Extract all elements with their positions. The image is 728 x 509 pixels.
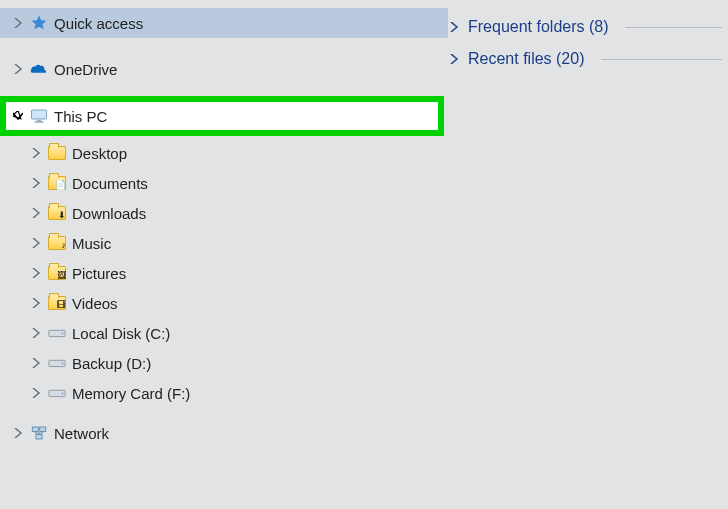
- desktop-folder-icon: [48, 144, 66, 162]
- chevron-right-icon[interactable]: [12, 428, 24, 438]
- onedrive-icon: [30, 60, 48, 78]
- svg-rect-0: [32, 110, 47, 119]
- chevron-right-icon[interactable]: [448, 54, 460, 64]
- chevron-right-icon[interactable]: [30, 208, 42, 218]
- this-pc-label: This PC: [54, 108, 107, 125]
- tree-item-local-disk[interactable]: Local Disk (C:): [0, 318, 448, 348]
- svg-rect-1: [37, 120, 42, 122]
- backup-label: Backup (D:): [72, 355, 151, 372]
- chevron-right-icon[interactable]: [30, 148, 42, 158]
- onedrive-label: OneDrive: [54, 61, 117, 78]
- tree-item-music[interactable]: ♪ Music: [0, 228, 448, 258]
- navigation-pane: Quick access OneDrive This PC: [0, 0, 448, 509]
- pictures-folder-icon: 🖼: [48, 264, 66, 282]
- tree-item-network[interactable]: Network: [0, 418, 448, 448]
- videos-folder-icon: 🎞: [48, 294, 66, 312]
- separator-line: [625, 27, 722, 28]
- chevron-right-icon[interactable]: [30, 388, 42, 398]
- music-folder-icon: ♪: [48, 234, 66, 252]
- chevron-right-icon[interactable]: [30, 178, 42, 188]
- svg-point-8: [62, 393, 64, 395]
- svg-point-4: [62, 333, 64, 335]
- pictures-label: Pictures: [72, 265, 126, 282]
- svg-rect-9: [32, 427, 38, 432]
- drive-icon: [48, 384, 66, 402]
- recent-files-label: Recent files (20): [468, 50, 585, 68]
- downloads-folder-icon: ⬇: [48, 204, 66, 222]
- tree-item-this-pc[interactable]: This PC: [0, 96, 444, 136]
- chevron-right-icon[interactable]: [12, 64, 24, 74]
- chevron-right-icon[interactable]: [30, 328, 42, 338]
- separator-line: [601, 59, 723, 60]
- tree-item-onedrive[interactable]: OneDrive: [0, 54, 448, 84]
- tree-item-documents[interactable]: 📄 Documents: [0, 168, 448, 198]
- tree-item-memory-card[interactable]: Memory Card (F:): [0, 378, 448, 408]
- svg-rect-11: [36, 435, 42, 440]
- tree-item-downloads[interactable]: ⬇ Downloads: [0, 198, 448, 228]
- tree-item-pictures[interactable]: 🖼 Pictures: [0, 258, 448, 288]
- chevron-right-icon[interactable]: [30, 238, 42, 248]
- content-pane: Frequent folders (8) Recent files (20): [448, 0, 728, 509]
- desktop-label: Desktop: [72, 145, 127, 162]
- documents-folder-icon: 📄: [48, 174, 66, 192]
- expanded-icon[interactable]: [12, 111, 24, 121]
- quick-access-label: Quick access: [54, 15, 143, 32]
- chevron-right-icon[interactable]: [12, 18, 24, 28]
- tree-item-quick-access[interactable]: Quick access: [0, 8, 448, 38]
- svg-point-6: [62, 363, 64, 365]
- local-disk-label: Local Disk (C:): [72, 325, 170, 342]
- memory-card-label: Memory Card (F:): [72, 385, 190, 402]
- svg-rect-2: [35, 121, 44, 123]
- svg-rect-10: [40, 427, 46, 432]
- music-label: Music: [72, 235, 111, 252]
- documents-label: Documents: [72, 175, 148, 192]
- chevron-right-icon[interactable]: [30, 358, 42, 368]
- videos-label: Videos: [72, 295, 118, 312]
- chevron-right-icon[interactable]: [30, 298, 42, 308]
- star-icon: [30, 14, 48, 32]
- group-recent-files[interactable]: Recent files (20): [448, 50, 722, 68]
- chevron-right-icon[interactable]: [448, 22, 460, 32]
- this-pc-icon: [30, 107, 48, 125]
- tree-item-videos[interactable]: 🎞 Videos: [0, 288, 448, 318]
- tree-item-backup[interactable]: Backup (D:): [0, 348, 448, 378]
- drive-icon: [48, 324, 66, 342]
- group-frequent-folders[interactable]: Frequent folders (8): [448, 18, 722, 36]
- tree-item-desktop[interactable]: Desktop: [0, 138, 448, 168]
- frequent-folders-label: Frequent folders (8): [468, 18, 609, 36]
- network-label: Network: [54, 425, 109, 442]
- drive-icon: [48, 354, 66, 372]
- downloads-label: Downloads: [72, 205, 146, 222]
- chevron-right-icon[interactable]: [30, 268, 42, 278]
- network-icon: [30, 424, 48, 442]
